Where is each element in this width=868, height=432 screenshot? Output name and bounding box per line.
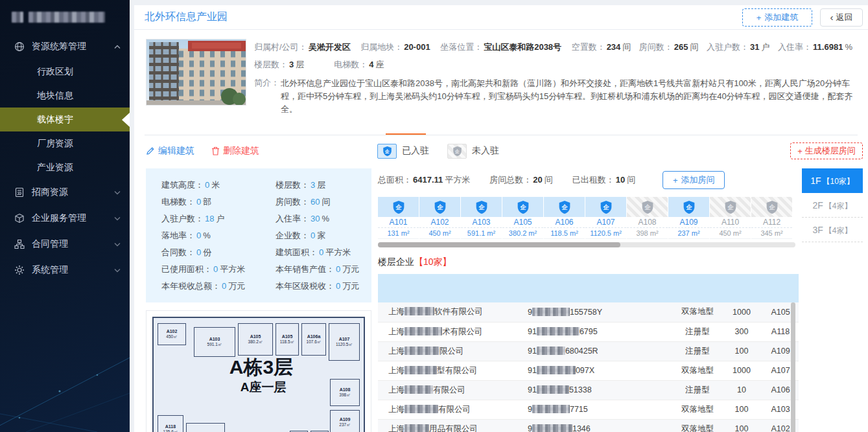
back-chevron-icon: ‹	[830, 12, 834, 22]
building-tab[interactable]	[145, 124, 185, 135]
add-building-button[interactable]: + 添加建筑	[742, 8, 812, 27]
cell-company-name: 上海限公司	[378, 341, 524, 361]
building-tab[interactable]	[225, 124, 265, 135]
floor-item[interactable]: 3F【4家】	[802, 218, 863, 242]
info-field: 入驻户数：31户	[707, 41, 769, 53]
table-header-row	[378, 274, 799, 302]
room-card[interactable]: 企 A106 118.5 m²	[544, 197, 585, 239]
room-card[interactable]: 企 A110 450 m²	[710, 197, 751, 239]
floorplan-room: A1071120.5㎡	[329, 323, 360, 361]
edit-building-button[interactable]: 编辑建筑	[146, 145, 194, 157]
vacant-shield-icon: 企	[447, 144, 467, 159]
table-vertical-scrollbar[interactable]	[791, 302, 795, 432]
room-card[interactable]: 企 A108 398 m²	[627, 197, 668, 239]
info-field: 入住率：11.6981%	[778, 41, 852, 53]
enterprise-row[interactable]: 上海软件有限公司 9155758Y 双落地型 1000 A105	[378, 302, 799, 322]
redacted-text	[532, 405, 570, 413]
room-card[interactable]: 企 A112 345 m²	[751, 197, 792, 239]
generate-floor-rooms-button[interactable]: + 生成楼层房间	[790, 142, 863, 159]
room-area: 591.1 m²	[461, 228, 502, 239]
enterprise-row[interactable]: 上海型有限公司 91097X 双落地型 1000 A107	[378, 361, 799, 380]
legend-vacant: 企 未入驻	[447, 144, 499, 159]
enterprise-row[interactable]: 上海术有限公司 916795 注册型 300 A118	[378, 322, 799, 341]
redacted-text	[532, 308, 570, 316]
building-tab[interactable]	[346, 124, 386, 135]
enterprise-row[interactable]: 上海有限公司 97715 双落地型 100 A103	[378, 400, 799, 419]
room-card[interactable]: 企 A101 131 m²	[378, 197, 419, 239]
room-area: 450 m²	[710, 228, 751, 239]
floorplan-room: A108398㎡	[330, 379, 360, 406]
plus-icon: +	[797, 146, 803, 156]
group-label: 企业服务管理	[32, 212, 86, 224]
room-card[interactable]: 企 A103 591.1 m²	[461, 197, 502, 239]
redacted-text	[537, 347, 565, 355]
room-area: 345 m²	[751, 228, 792, 239]
room-card[interactable]: 企 A102 450 m²	[419, 197, 460, 239]
cell-credit-code: 91680425R	[524, 341, 628, 361]
park-info-fields: 归属村/公司：吴淞开发区归属地块：20-001坐落位置：宝山区泰和路2038号空…	[254, 39, 858, 116]
park-info-section: 归属村/公司：吴淞开发区归属地块：20-001坐落位置：宝山区泰和路2038号空…	[134, 30, 868, 122]
floorplan-room: A105380.2㎡	[238, 323, 273, 356]
room-card[interactable]: 企 A107 1120.5 m²	[585, 197, 626, 239]
room-card[interactable]: 企 A109 237 m²	[668, 197, 709, 239]
rooms-horizontal-scrollbar[interactable]	[378, 242, 795, 247]
group-label: 系统管理	[32, 264, 68, 276]
summary-field: 总面积：6417.11平方米	[378, 174, 470, 186]
room-number: A108	[627, 217, 668, 228]
sidebar-subitem[interactable]: 厂房资源	[0, 131, 130, 155]
sidebar-subitem[interactable]: 载体楼宇	[0, 108, 130, 131]
sidebar-subitem[interactable]: 产业资源	[0, 155, 130, 179]
cube-icon	[14, 213, 25, 223]
floorplan-room: A103591.1㎡	[194, 327, 235, 357]
back-button[interactable]: ‹ 返回	[820, 8, 863, 27]
redacted-text	[405, 307, 434, 315]
building-tab[interactable]	[185, 124, 225, 135]
info-row-1: 归属村/公司：吴淞开发区归属地块：20-001坐落位置：宝山区泰和路2038号空…	[254, 41, 858, 53]
building-tab[interactable]	[305, 124, 346, 135]
sidebar-group-contract[interactable]: 合同管理	[0, 231, 130, 257]
redacted-text	[532, 424, 572, 432]
building-tab[interactable]	[386, 124, 426, 135]
floor-item[interactable]: 1F【10家】	[802, 168, 863, 193]
sidebar-subitem[interactable]: 行政区划	[0, 60, 130, 84]
enterprise-shield-icon: 企	[544, 197, 585, 217]
room-area: 450 m²	[419, 228, 460, 239]
delete-building-button[interactable]: 删除建筑	[211, 145, 259, 157]
cell-landing-type: 双落地型	[674, 302, 721, 322]
sidebar-subitem[interactable]: 地块信息	[0, 84, 130, 108]
cell-industry	[628, 400, 674, 419]
floor-selector: 1F【10家】2F【4家】3F【4家】	[802, 168, 863, 432]
sidebar-group-system[interactable]: 系统管理	[0, 257, 130, 283]
table-header-cell	[721, 274, 762, 302]
cell-industry	[628, 361, 674, 380]
enterprise-count: 【10家】	[414, 256, 452, 267]
floorplan-image: A102450㎡A103591.1㎡A105380.2㎡A105118.5㎡A1…	[152, 317, 365, 432]
table-header-cell	[674, 274, 721, 302]
svg-text:企: 企	[727, 204, 734, 210]
cell-registered-capital: 300	[721, 322, 762, 341]
enterprise-row[interactable]: 上海用品有限公司 91346 双落地型 100 A102	[378, 419, 799, 432]
floor-item[interactable]: 2F【4家】	[802, 193, 863, 218]
enterprise-row[interactable]: 上海限公司 91680425R 注册型 100 A109	[378, 341, 799, 361]
sidebar-group-investment[interactable]: 招商资源	[0, 179, 130, 205]
sidebar-group-enterprise-service[interactable]: 企业服务管理	[0, 205, 130, 231]
svg-text:企: 企	[395, 204, 402, 210]
stat-item: 建筑面积：0平方米	[276, 244, 365, 260]
table-header-cell	[628, 274, 674, 302]
enterprise-table: 上海软件有限公司 9155758Y 双落地型 1000 A105 上海术有限公司…	[378, 274, 799, 432]
scrollbar-thumb[interactable]	[378, 242, 620, 247]
group-label: 资源统筹管理	[32, 41, 86, 52]
stats-grid: 建筑高度：0米楼层数：3层电梯数：0部房间数：60间入驻户数：18户入住率：30…	[146, 168, 371, 302]
building-tab[interactable]	[265, 124, 305, 135]
room-number: A112	[751, 217, 792, 228]
room-number: A110	[710, 217, 751, 228]
cell-company-name: 上海软件有限公司	[378, 302, 524, 322]
subitem-label: 厂房资源	[37, 138, 73, 148]
add-room-button[interactable]: + 添加房间	[663, 171, 725, 189]
sidebar-group-resource-management[interactable]: 资源统筹管理	[0, 34, 130, 60]
enterprise-row[interactable]: 上海有限公司 9151338 注册型 10 A106	[378, 380, 799, 400]
room-card[interactable]: 企 A105 380.2 m²	[502, 197, 543, 239]
redacted-text	[405, 385, 433, 394]
redacted-text	[405, 424, 429, 432]
action-row: 编辑建筑 删除建筑 企 已入驻 企 未入驻 + 生成楼层房间	[134, 135, 868, 166]
